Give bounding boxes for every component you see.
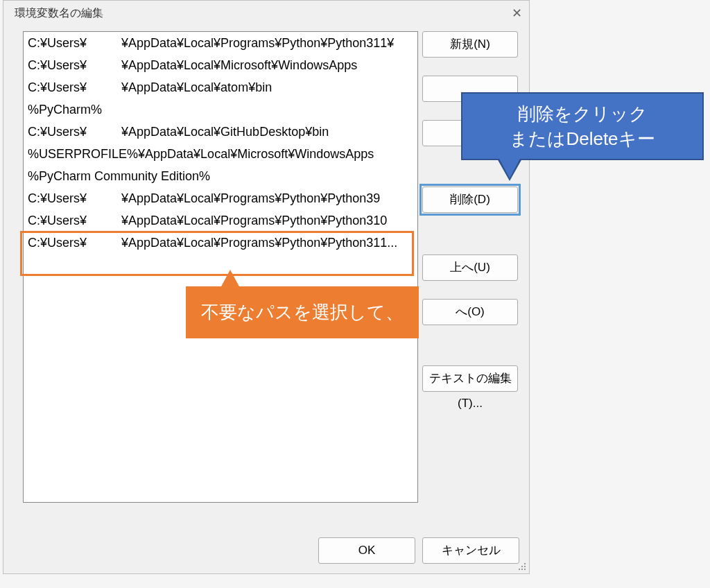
list-item[interactable]: C:¥Users¥¥AppData¥Local¥atom¥bin <box>24 76 417 98</box>
list-item[interactable]: C:¥Users¥¥AppData¥Local¥Programs¥Python¥… <box>24 187 417 209</box>
annotation-click-delete: 削除をクリック またはDeleteキー <box>461 92 704 160</box>
move-down-button[interactable]: へ(O) <box>422 299 518 325</box>
path-listbox[interactable]: C:¥Users¥¥AppData¥Local¥Programs¥Python¥… <box>23 31 418 503</box>
list-item[interactable]: C:¥Users¥¥AppData¥Local¥Programs¥Python¥… <box>24 32 417 54</box>
list-item[interactable]: %PyCharm% <box>24 98 417 121</box>
list-item[interactable]: C:¥Users¥¥AppData¥Local¥Programs¥Python¥… <box>24 209 417 232</box>
list-item[interactable]: C:¥Users¥¥AppData¥Local¥Microsoft¥Window… <box>24 54 417 76</box>
resize-grip-icon[interactable] <box>517 561 528 572</box>
new-button[interactable]: 新規(N) <box>422 31 518 58</box>
move-up-button[interactable]: 上へ(U) <box>422 254 518 281</box>
edit-text-button[interactable]: テキストの編集(T)... <box>422 365 518 392</box>
list-item[interactable]: %PyCharm Community Edition% <box>24 165 417 187</box>
list-item[interactable]: C:¥Users¥¥AppData¥Local¥Programs¥Python¥… <box>24 232 417 254</box>
ok-button[interactable]: OK <box>318 537 415 564</box>
annotation-select-path: 不要なパスを選択して、 <box>186 286 419 338</box>
titlebar: 環境変数名の編集 ✕ <box>3 1 529 26</box>
list-item[interactable]: %USERPROFILE%¥AppData¥Local¥Microsoft¥Wi… <box>24 143 417 165</box>
delete-button[interactable]: 削除(D) <box>422 187 518 213</box>
list-item[interactable]: C:¥Users¥¥AppData¥Local¥GitHubDesktop¥bi… <box>24 121 417 143</box>
close-icon[interactable]: ✕ <box>508 6 522 21</box>
cancel-button[interactable]: キャンセル <box>422 537 519 564</box>
dialog-title: 環境変数名の編集 <box>10 6 103 21</box>
